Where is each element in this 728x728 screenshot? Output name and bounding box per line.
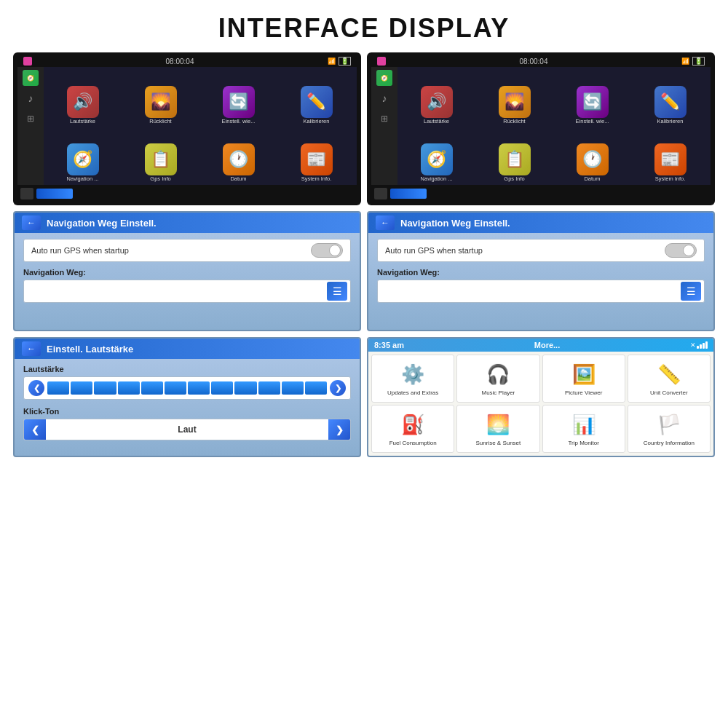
sidebar-nav-icon-r: 🧭	[376, 70, 392, 86]
more-app-item[interactable]: 🌅Sunrise & Sunset	[456, 405, 539, 453]
klick-ton-row: ❮ Laut ❯	[23, 419, 351, 440]
app-icon-label: Kalibrieren	[304, 119, 330, 124]
klick-ton-label: Klick-Ton	[23, 407, 351, 416]
nav-list-btn-left[interactable]: ☰	[327, 282, 347, 301]
more-app-item[interactable]: ⚙️Updates and Extras	[371, 355, 454, 403]
gps-label-left: Auto run GPS when startup	[31, 246, 129, 255]
more-app-label: Fuel Consumption	[389, 440, 437, 447]
app-icon[interactable]: 📋Gps Info	[123, 127, 198, 182]
car-screen-left: 08:00:04 📶 🔋 🧭 ♪ ⊞ 🔊Lautstärke🌄Rücklicht…	[13, 52, 361, 205]
nav-panel-body-right: Auto run GPS when startup Navigation Weg…	[368, 233, 713, 309]
app-icon[interactable]: 📰System Info.	[633, 127, 708, 182]
klick-left-arrow[interactable]: ❮	[24, 419, 46, 440]
app-icon-img: 🔊	[67, 86, 99, 118]
app-icon-img: 🌄	[499, 86, 531, 118]
more-app-item[interactable]: 🏳️Country Information	[628, 405, 711, 453]
app-icon-img: 🔄	[577, 86, 609, 118]
gps-toggle-switch-left[interactable]	[311, 243, 343, 258]
more-app-label: Updates and Extras	[387, 389, 438, 397]
laut-section-label: Lautstärke	[23, 365, 351, 373]
nav-panel-left: ← Navigation Weg Einstell. Auto run GPS …	[13, 211, 361, 331]
app-icon[interactable]: 🧭Navigation ...	[399, 127, 474, 182]
app-icon-label: Navigation ...	[67, 176, 99, 182]
signal-x: ✕	[690, 341, 696, 349]
sidebar-music-icon: ♪	[23, 90, 39, 106]
nav-panel-header-left: ← Navigation Weg Einstell.	[15, 213, 360, 233]
more-title: More...	[534, 341, 560, 349]
more-app-label: Picture Viewer	[565, 389, 602, 397]
more-app-icon: ⛽	[397, 411, 428, 438]
app-icon[interactable]: 🌄Rücklicht	[123, 70, 198, 124]
more-app-item[interactable]: 🖼️Picture Viewer	[542, 355, 625, 403]
page-title: INTERFACE DISPLAY	[0, 0, 728, 52]
app-icon-label: System Info.	[301, 176, 332, 182]
screen-time-left: 08:00:04	[166, 58, 194, 66]
more-app-label: Sunrise & Sunset	[475, 440, 521, 447]
app-icon[interactable]: 🌄Rücklicht	[477, 70, 552, 124]
vol-bar	[211, 381, 233, 395]
vol-bar	[305, 381, 327, 395]
klick-right-arrow[interactable]: ❯	[328, 419, 350, 440]
more-app-icon: ⚙️	[397, 360, 428, 388]
app-icon-img: 🔄	[223, 86, 255, 118]
gps-label-right: Auto run GPS when startup	[385, 246, 483, 255]
vol-bars	[47, 381, 327, 395]
vol-left-arrow[interactable]: ❮	[28, 380, 44, 396]
nav-panel-title-left: Navigation Weg Einstell.	[47, 218, 157, 229]
more-app-item[interactable]: 📏Unit Converter	[628, 355, 711, 403]
app-icon-label: Navigation ...	[421, 176, 453, 182]
vol-bar	[118, 381, 140, 395]
vol-bar	[258, 381, 280, 395]
more-panel-header: 8:35 am More... ✕	[368, 339, 713, 352]
more-app-label: Trip Monitor	[568, 440, 598, 447]
app-icon[interactable]: 📰System Info.	[279, 127, 354, 182]
app-icon[interactable]: 🔄Einstell. wie...	[201, 70, 276, 124]
klick-value: Laut	[46, 424, 328, 435]
app-icon-label: Rücklicht	[503, 119, 525, 124]
vol-bar	[141, 381, 163, 395]
sidebar-grid-icon: ⊞	[23, 111, 39, 127]
app-icon[interactable]: 🔊Lautstärke	[45, 70, 120, 124]
app-icon[interactable]: 🕐Datum	[201, 127, 276, 182]
more-app-item[interactable]: 📊Trip Monitor	[542, 405, 625, 453]
app-icon-img: 🕐	[577, 143, 609, 175]
nav-list-btn-right[interactable]: ☰	[681, 282, 701, 301]
app-icon[interactable]: 🧭Navigation ...	[45, 127, 120, 182]
vol-bar	[234, 381, 256, 395]
gps-toggle-switch-right[interactable]	[665, 243, 697, 258]
screen-top-bar-right: 08:00:04 📶 🔋	[371, 55, 711, 67]
nav-weg-input-right[interactable]: ☰	[377, 280, 705, 303]
app-icon[interactable]: 🕐Datum	[555, 127, 630, 182]
vol-bar	[47, 381, 69, 395]
app-icon-img: 🔊	[421, 86, 453, 118]
nav-weg-input-left[interactable]: ☰	[23, 280, 351, 303]
app-icon-label: Rücklicht	[149, 119, 171, 124]
app-icon[interactable]: ✏️Kalibrieren	[633, 70, 708, 124]
more-app-label: Country Information	[644, 440, 695, 447]
more-app-item[interactable]: ⛽Fuel Consumption	[371, 405, 454, 453]
app-icon[interactable]: 🔄Einstell. wie...	[555, 70, 630, 124]
laut-panel: ← Einstell. Lautstärke Lautstärke ❮ ❯ Kl…	[13, 337, 361, 457]
app-grid-right: 🔊Lautstärke🌄Rücklicht🔄Einstell. wie...✏️…	[397, 67, 711, 185]
app-icon-label: Einstell. wie...	[222, 119, 256, 124]
more-app-item[interactable]: 🎧Music Player	[456, 355, 539, 403]
laut-back-btn[interactable]: ←	[22, 341, 41, 356]
nav-back-btn-right[interactable]: ←	[376, 215, 395, 230]
laut-panel-header: ← Einstell. Lautstärke	[15, 339, 360, 359]
screen-bottom-left	[17, 185, 357, 202]
laut-panel-body: Lautstärke ❮ ❯ Klick-Ton ❮ Laut ❯	[15, 359, 360, 446]
app-icon[interactable]: 📋Gps Info	[477, 127, 552, 182]
app-icon-label: Kalibrieren	[657, 119, 684, 124]
app-icon[interactable]: 🔊Lautstärke	[399, 70, 474, 124]
app-icon[interactable]: ✏️Kalibrieren	[279, 70, 354, 124]
vol-right-arrow[interactable]: ❯	[330, 380, 346, 396]
more-app-label: Music Player	[481, 389, 515, 397]
nav-back-btn-left[interactable]: ←	[22, 215, 41, 230]
app-icon-img: ✏️	[301, 86, 333, 118]
app-icon-img: ✏️	[654, 86, 687, 118]
volume-bar-row: ❮ ❯	[23, 376, 351, 400]
sidebar-music-icon-r: ♪	[376, 90, 392, 106]
vol-bar	[71, 381, 92, 395]
nav-panel-header-right: ← Navigation Weg Einstell.	[368, 213, 713, 233]
more-app-icon: 📏	[654, 360, 684, 388]
